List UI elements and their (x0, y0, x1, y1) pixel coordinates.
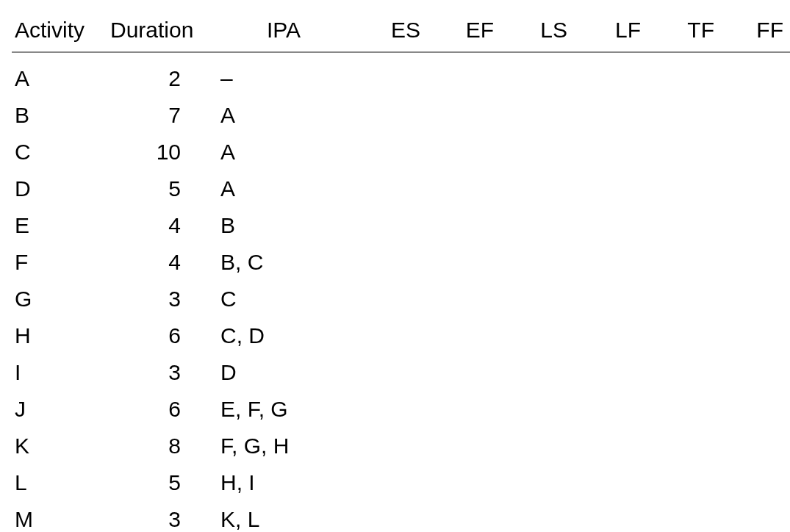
table-row: D5A (12, 170, 790, 207)
cell-ls (497, 317, 570, 354)
table-row: B7A (12, 97, 790, 134)
cell-activity: H (12, 317, 107, 354)
table-row: A2– (12, 52, 790, 97)
col-header-es: ES (350, 12, 423, 52)
cell-es (350, 244, 423, 281)
cell-activity: E (12, 207, 107, 244)
cell-lf (570, 244, 644, 281)
table-row: F4B, C (12, 244, 790, 281)
cell-es (350, 317, 423, 354)
cell-es (350, 501, 423, 532)
table-row: L5H, I (12, 464, 790, 501)
cell-ef (423, 170, 497, 207)
cell-ls (497, 281, 570, 317)
cell-ef (423, 464, 497, 501)
cell-ls (497, 354, 570, 391)
cell-tf (644, 354, 717, 391)
cell-duration: 6 (107, 391, 218, 428)
cell-ipa: H, I (218, 464, 350, 501)
cell-ef (423, 244, 497, 281)
cell-duration: 3 (107, 501, 218, 532)
cell-ls (497, 207, 570, 244)
cell-es (350, 354, 423, 391)
cell-ff (717, 428, 790, 464)
cell-tf (644, 317, 717, 354)
cell-ff (717, 501, 790, 532)
cell-duration: 8 (107, 428, 218, 464)
cell-activity: K (12, 428, 107, 464)
cell-lf (570, 207, 644, 244)
table-row: J6E, F, G (12, 391, 790, 428)
cell-ipa: K, L (218, 501, 350, 532)
cell-ipa: F, G, H (218, 428, 350, 464)
schedule-table: Activity Duration IPA ES EF LS LF TF FF … (12, 12, 790, 532)
table-row: M3K, L (12, 501, 790, 532)
cell-duration: 3 (107, 354, 218, 391)
cell-es (350, 207, 423, 244)
cell-lf (570, 317, 644, 354)
cell-es (350, 97, 423, 134)
cell-lf (570, 52, 644, 97)
cell-tf (644, 281, 717, 317)
cell-ipa: E, F, G (218, 391, 350, 428)
cell-ff (717, 317, 790, 354)
cell-es (350, 281, 423, 317)
cell-ef (423, 52, 497, 97)
cell-duration: 6 (107, 317, 218, 354)
cell-tf (644, 134, 717, 170)
cell-ff (717, 170, 790, 207)
cell-es (350, 170, 423, 207)
cell-lf (570, 170, 644, 207)
table-row: H6C, D (12, 317, 790, 354)
table-row: C10A (12, 134, 790, 170)
cell-duration: 7 (107, 97, 218, 134)
cell-ls (497, 244, 570, 281)
cell-activity: I (12, 354, 107, 391)
cell-ef (423, 281, 497, 317)
col-header-tf: TF (644, 12, 717, 52)
cell-tf (644, 391, 717, 428)
col-header-ipa: IPA (218, 12, 350, 52)
cell-es (350, 464, 423, 501)
cell-ef (423, 391, 497, 428)
cell-es (350, 391, 423, 428)
col-header-lf: LF (570, 12, 644, 52)
col-header-activity: Activity (12, 12, 107, 52)
cell-ff (717, 52, 790, 97)
cell-ff (717, 134, 790, 170)
table-header-row: Activity Duration IPA ES EF LS LF TF FF (12, 12, 790, 52)
cell-ls (497, 97, 570, 134)
cell-ff (717, 97, 790, 134)
cell-lf (570, 428, 644, 464)
cell-ipa: D (218, 354, 350, 391)
cell-activity: M (12, 501, 107, 532)
cell-tf (644, 97, 717, 134)
cell-ipa: A (218, 134, 350, 170)
cell-ipa: A (218, 97, 350, 134)
cell-tf (644, 464, 717, 501)
cell-es (350, 134, 423, 170)
cell-activity: L (12, 464, 107, 501)
cell-ef (423, 501, 497, 532)
table-row: I3D (12, 354, 790, 391)
cell-ls (497, 464, 570, 501)
cell-ff (717, 354, 790, 391)
cell-ls (497, 428, 570, 464)
cell-lf (570, 391, 644, 428)
cell-ff (717, 244, 790, 281)
col-header-ef: EF (423, 12, 497, 52)
cell-ef (423, 97, 497, 134)
col-header-duration: Duration (107, 12, 218, 52)
cell-lf (570, 464, 644, 501)
cell-ls (497, 501, 570, 532)
col-header-ff: FF (717, 12, 790, 52)
cell-tf (644, 501, 717, 532)
cell-duration: 4 (107, 207, 218, 244)
cell-tf (644, 170, 717, 207)
cell-duration: 3 (107, 281, 218, 317)
cell-activity: J (12, 391, 107, 428)
cell-tf (644, 428, 717, 464)
cell-ipa: – (218, 52, 350, 97)
cell-ls (497, 134, 570, 170)
cell-ipa: B, C (218, 244, 350, 281)
